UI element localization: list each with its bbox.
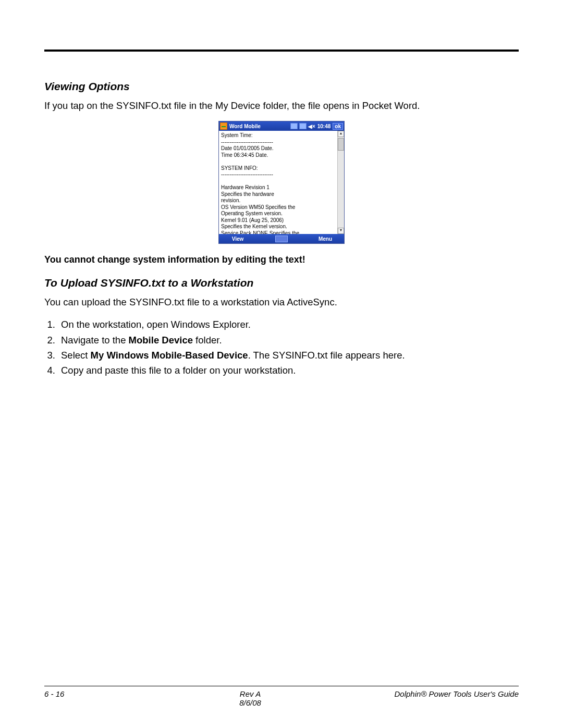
- section1-paragraph: If you tap on the SYSINFO.txt file in th…: [44, 100, 519, 112]
- device-menubar: View Menu: [219, 234, 344, 243]
- menubar-view-button[interactable]: View: [219, 236, 256, 242]
- step-1: On the workstation, open Windows Explore…: [58, 318, 519, 330]
- step-3-text-b: . The SYSINFO.txt file appears here.: [248, 350, 405, 361]
- signal-icon: [290, 123, 298, 129]
- upload-steps-list: On the workstation, open Windows Explore…: [44, 315, 519, 379]
- speaker-icon: ◀×: [308, 124, 315, 129]
- ok-button[interactable]: ok: [333, 123, 343, 130]
- step-4: Copy and paste this file to a folder on …: [58, 364, 519, 376]
- device-app-title: Word Mobile: [229, 124, 290, 129]
- document-text-area: System Time: ---------------------------…: [219, 131, 337, 234]
- footer-page-number: 6 - 16: [44, 689, 138, 698]
- step-3: Select My Windows Mobile-Based Device. T…: [58, 349, 519, 361]
- step-3-bold: My Windows Mobile-Based Device: [91, 350, 248, 361]
- pocket-word-screenshot: Word Mobile ◀× 10:48 ok System Time: ---…: [218, 121, 345, 244]
- step-2-text-a: Navigate to the: [61, 335, 129, 346]
- section-heading-upload: To Upload SYSINFO.txt to a Workstation: [44, 277, 519, 289]
- keyboard-icon[interactable]: [275, 236, 288, 242]
- scroll-down-icon[interactable]: ▼: [338, 228, 344, 234]
- top-rule: [44, 50, 519, 52]
- section2-paragraph: You can upload the SYSINFO.txt file to a…: [44, 297, 519, 308]
- warning-text: You cannot change system information by …: [44, 254, 519, 265]
- connectivity-icon: [299, 123, 307, 129]
- footer-revision: Rev A: [138, 689, 362, 698]
- device-titlebar: Word Mobile ◀× 10:48 ok: [219, 121, 344, 131]
- scroll-thumb[interactable]: [338, 138, 344, 151]
- page-footer: 6 - 16 Rev A 8/6/08 Dolphin® Power Tools…: [44, 686, 519, 707]
- step-2: Navigate to the Mobile Device folder.: [58, 334, 519, 346]
- start-flag-icon: [220, 122, 227, 130]
- menubar-menu-button[interactable]: Menu: [307, 236, 344, 242]
- scroll-up-icon[interactable]: ▲: [338, 131, 344, 137]
- footer-guide-title: Dolphin® Power Tools User's Guide: [362, 689, 519, 698]
- section-heading-viewing-options: Viewing Options: [44, 80, 519, 93]
- step-2-text-b: folder.: [193, 335, 222, 346]
- step-3-text-a: Select: [61, 350, 91, 361]
- device-status-icons: ◀×: [290, 123, 315, 129]
- device-clock: 10:48: [317, 124, 331, 129]
- vertical-scrollbar[interactable]: ▲ ▼: [337, 131, 344, 234]
- footer-date: 8/6/08: [138, 698, 362, 707]
- step-2-bold: Mobile Device: [129, 335, 193, 346]
